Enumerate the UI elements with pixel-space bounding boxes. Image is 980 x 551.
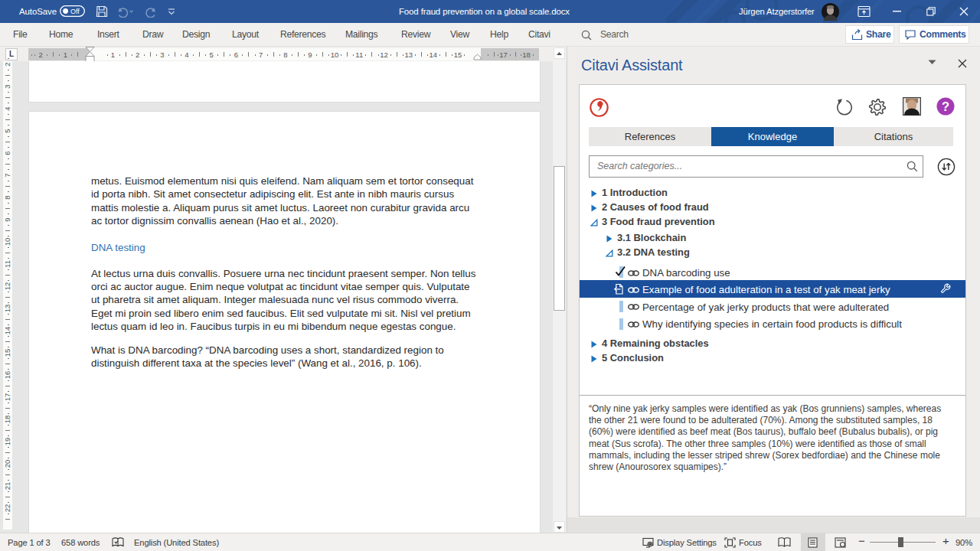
svg-text:Off: Off — [70, 8, 80, 15]
svg-text:?: ? — [942, 99, 949, 113]
